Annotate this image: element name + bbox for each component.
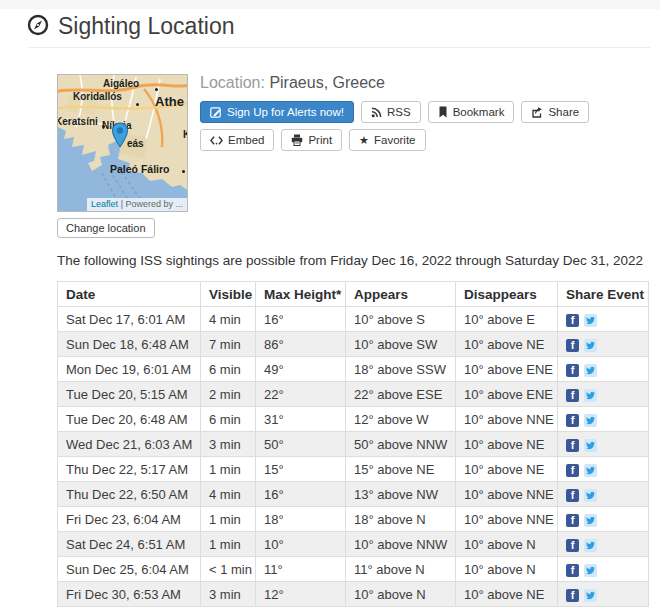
location-map[interactable]: Aigáleo Koridallós Athe Keratsíni Níkaia…	[57, 74, 188, 212]
cell-visible: 1 min	[201, 532, 256, 557]
cell-appears: 12° above W	[346, 407, 456, 432]
cell-appears: 11° above N	[346, 557, 456, 582]
facebook-share-icon[interactable]: f	[566, 589, 579, 602]
cell-appears: 10° above S	[346, 307, 456, 332]
twitter-share-icon[interactable]	[584, 339, 597, 352]
twitter-share-icon[interactable]	[584, 414, 597, 427]
facebook-share-icon[interactable]: f	[566, 489, 579, 502]
twitter-share-icon[interactable]	[584, 389, 597, 402]
cell-appears: 50° above NNW	[346, 432, 456, 457]
favorite-label: Favorite	[374, 134, 416, 146]
location-value: Piraeus, Greece	[269, 74, 385, 91]
twitter-share-icon[interactable]	[584, 314, 597, 327]
bookmark-button[interactable]: Bookmark	[428, 101, 515, 123]
cell-date: Fri Dec 30, 6:53 AM	[58, 582, 201, 607]
share-label: Share	[548, 106, 579, 118]
rss-button[interactable]: RSS	[361, 101, 421, 123]
cell-appears: 13° above NW	[346, 482, 456, 507]
sightings-table-body: Sat Dec 17, 6:01 AM4 min16°10° above S10…	[58, 307, 649, 607]
cell-max-height: 12°	[256, 582, 346, 607]
facebook-share-icon[interactable]: f	[566, 564, 579, 577]
action-buttons: Sign Up for Alerts now! RSS Bookmark	[200, 101, 660, 151]
cell-disappears: 10° above NE	[456, 432, 558, 457]
twitter-share-icon[interactable]	[584, 589, 597, 602]
col-header-date: Date	[58, 282, 201, 307]
twitter-share-icon[interactable]	[584, 539, 597, 552]
cell-share-event: f	[558, 507, 649, 532]
facebook-share-icon[interactable]: f	[566, 339, 579, 352]
pencil-square-icon	[210, 106, 222, 118]
table-row: Wed Dec 21, 6:03 AM3 min50°50° above NNW…	[58, 432, 649, 457]
map-label-pireas: eás	[127, 139, 144, 149]
facebook-share-icon[interactable]: f	[566, 439, 579, 452]
facebook-share-icon[interactable]: f	[566, 464, 579, 477]
map-label-k: K	[183, 130, 188, 140]
attribution-text: | Powered by ...	[118, 199, 183, 209]
cell-appears: 18° above SSW	[346, 357, 456, 382]
facebook-share-icon[interactable]: f	[566, 314, 579, 327]
table-row: Sat Dec 24, 6:51 AM1 min10°10° above NNW…	[58, 532, 649, 557]
cell-share-event: f	[558, 332, 649, 357]
map-label-paleo-faliro: Paleó Fáliro	[110, 164, 170, 175]
embed-button[interactable]: Embed	[200, 129, 274, 151]
table-row: Tue Dec 20, 5:15 AM2 min22°22° above ESE…	[58, 382, 649, 407]
cell-disappears: 10° above NNE	[456, 407, 558, 432]
leaflet-link[interactable]: Leaflet	[91, 199, 118, 209]
cell-share-event: f	[558, 482, 649, 507]
map-town-dot	[102, 125, 105, 128]
cell-date: Thu Dec 22, 5:17 AM	[58, 457, 201, 482]
cell-appears: 10° above N	[346, 582, 456, 607]
cell-visible: 6 min	[201, 407, 256, 432]
cell-disappears: 10° above E	[456, 307, 558, 332]
map-label-keratsini: Keratsíni	[57, 117, 98, 127]
share-icon	[531, 106, 543, 118]
cell-max-height: 50°	[256, 432, 346, 457]
table-header-row: Date Visible Max Height* Appears Disappe…	[58, 282, 649, 307]
cell-appears: 18° above N	[346, 507, 456, 532]
cell-disappears: 10° above NNE	[456, 482, 558, 507]
change-location-button[interactable]: Change location	[57, 218, 155, 238]
print-button[interactable]: Print	[281, 129, 342, 151]
facebook-share-icon[interactable]: f	[566, 514, 579, 527]
browser-top-strip	[0, 0, 660, 9]
cell-visible: 2 min	[201, 382, 256, 407]
cell-visible: 1 min	[201, 507, 256, 532]
cell-date: Wed Dec 21, 6:03 AM	[58, 432, 201, 457]
cell-share-event: f	[558, 582, 649, 607]
cell-appears: 15° above NE	[346, 457, 456, 482]
twitter-share-icon[interactable]	[584, 514, 597, 527]
sightings-table: Date Visible Max Height* Appears Disappe…	[57, 281, 649, 607]
twitter-share-icon[interactable]	[584, 364, 597, 377]
twitter-share-icon[interactable]	[584, 464, 597, 477]
star-icon: ★	[359, 135, 369, 145]
col-header-visible: Visible	[201, 282, 256, 307]
share-button[interactable]: Share	[521, 101, 589, 123]
map-marker-icon	[111, 122, 129, 148]
table-row: Tue Dec 20, 6:48 AM6 min31°12° above W10…	[58, 407, 649, 432]
map-label-aigaleo: Aigáleo	[103, 79, 139, 89]
facebook-share-icon[interactable]: f	[566, 414, 579, 427]
col-header-max-height: Max Height*	[256, 282, 346, 307]
cell-visible: 1 min	[201, 457, 256, 482]
table-row: Fri Dec 23, 6:04 AM1 min18°18° above N10…	[58, 507, 649, 532]
cell-share-event: f	[558, 532, 649, 557]
facebook-share-icon[interactable]: f	[566, 364, 579, 377]
cell-max-height: 18°	[256, 507, 346, 532]
facebook-share-icon[interactable]: f	[566, 539, 579, 552]
rss-label: RSS	[387, 106, 411, 118]
cell-max-height: 22°	[256, 382, 346, 407]
facebook-share-icon[interactable]: f	[566, 389, 579, 402]
location-heading: Location: Piraeus, Greece	[200, 74, 660, 92]
cell-date: Thu Dec 22, 6:50 AM	[58, 482, 201, 507]
twitter-share-icon[interactable]	[584, 564, 597, 577]
sightings-intro-text: The following ISS sightings are possible…	[57, 253, 660, 268]
signup-alerts-button[interactable]: Sign Up for Alerts now!	[200, 101, 354, 123]
twitter-share-icon[interactable]	[584, 439, 597, 452]
print-label: Print	[308, 134, 332, 146]
page-header: Sighting Location	[0, 9, 660, 40]
twitter-share-icon[interactable]	[584, 489, 597, 502]
cell-appears: 22° above ESE	[346, 382, 456, 407]
cell-disappears: 10° above N	[456, 557, 558, 582]
favorite-button[interactable]: ★ Favorite	[349, 129, 425, 151]
table-row: Fri Dec 30, 6:53 AM3 min12°10° above N10…	[58, 582, 649, 607]
